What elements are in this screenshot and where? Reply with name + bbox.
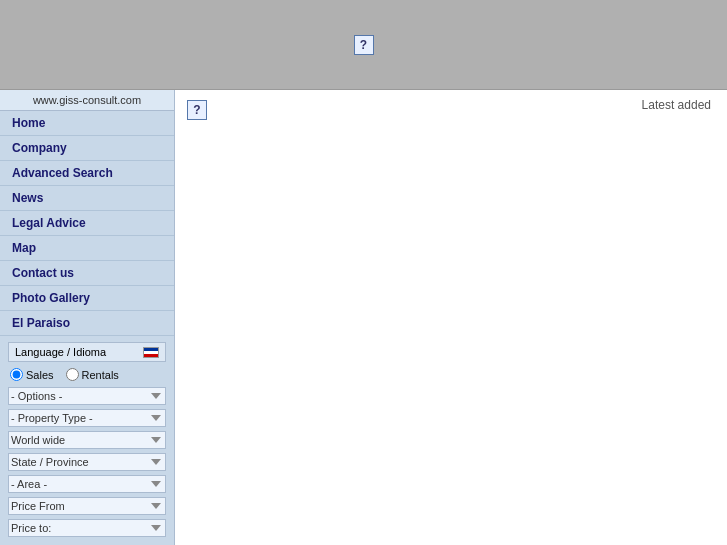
dropdown-state[interactable]: State / Province: [8, 453, 166, 471]
latest-added-label: Latest added: [642, 98, 711, 112]
dropdown-area[interactable]: - Area -: [8, 475, 166, 493]
dropdown-row-price-to: Price to:: [8, 519, 166, 537]
sidebar: www.giss-consult.com HomeCompanyAdvanced…: [0, 90, 175, 545]
rentals-radio[interactable]: [66, 368, 79, 381]
sidebar-item-company[interactable]: Company: [0, 136, 174, 161]
site-url: www.giss-consult.com: [0, 90, 174, 111]
dropdown-row-property-type: - Property Type -: [8, 409, 166, 427]
dropdown-row-area: - Area -: [8, 475, 166, 493]
search-panel: Language / Idioma Sales Rentals - Option…: [0, 336, 174, 545]
dropdown-row-price-from: Price From: [8, 497, 166, 515]
sidebar-item-news[interactable]: News: [0, 186, 174, 211]
dropdown-row-location: World wide: [8, 431, 166, 449]
radio-row: Sales Rentals: [8, 368, 166, 381]
dropdown-row-options: - Options -: [8, 387, 166, 405]
language-button[interactable]: Language / Idioma: [8, 342, 166, 362]
dropdown-location[interactable]: World wide: [8, 431, 166, 449]
sidebar-item-photo-gallery[interactable]: Photo Gallery: [0, 286, 174, 311]
rentals-label: Rentals: [82, 369, 119, 381]
dropdown-property-type[interactable]: - Property Type -: [8, 409, 166, 427]
top-banner: ?: [0, 0, 727, 90]
sidebar-item-legal-advice[interactable]: Legal Advice: [0, 211, 174, 236]
main-layout: www.giss-consult.com HomeCompanyAdvanced…: [0, 90, 727, 545]
sidebar-item-home[interactable]: Home: [0, 111, 174, 136]
content-area: Latest added ?: [175, 90, 727, 545]
nav-items-container: HomeCompanyAdvanced SearchNewsLegal Advi…: [0, 111, 174, 336]
language-label: Language / Idioma: [15, 346, 106, 358]
sales-label: Sales: [26, 369, 54, 381]
dropdowns-container: - Options -- Property Type -World wideSt…: [8, 387, 166, 537]
content-icon: ?: [187, 100, 207, 120]
dropdown-row-state: State / Province: [8, 453, 166, 471]
dropdown-price-to[interactable]: Price to:: [8, 519, 166, 537]
banner-icon: ?: [354, 35, 374, 55]
sidebar-item-el-paraiso[interactable]: El Paraiso: [0, 311, 174, 336]
dropdown-price-from[interactable]: Price From: [8, 497, 166, 515]
sidebar-item-advanced-search[interactable]: Advanced Search: [0, 161, 174, 186]
sidebar-item-contact-us[interactable]: Contact us: [0, 261, 174, 286]
dropdown-options[interactable]: - Options -: [8, 387, 166, 405]
sidebar-item-map[interactable]: Map: [0, 236, 174, 261]
flag-icon: [143, 347, 159, 358]
sales-radio-label[interactable]: Sales: [10, 368, 54, 381]
rentals-radio-label[interactable]: Rentals: [66, 368, 119, 381]
sales-radio[interactable]: [10, 368, 23, 381]
